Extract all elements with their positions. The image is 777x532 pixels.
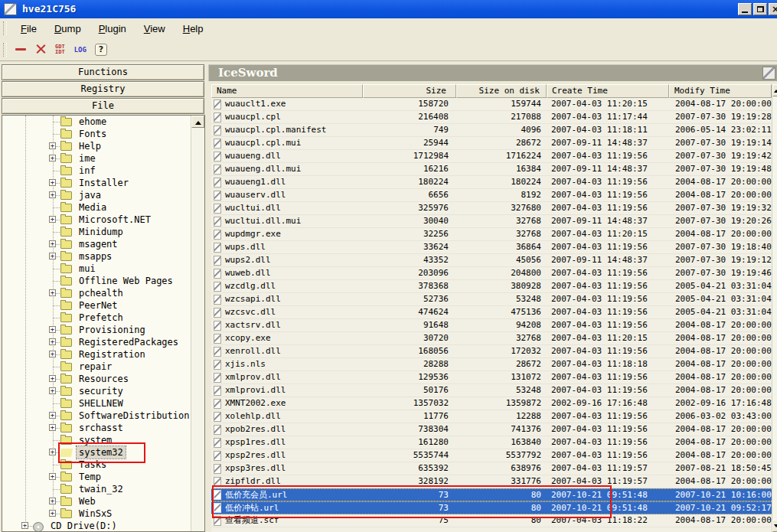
tree-item-system32[interactable]: +system32 xyxy=(2,446,191,459)
expand-plus-icon[interactable]: + xyxy=(49,191,56,198)
expand-plus-icon[interactable]: + xyxy=(49,155,56,162)
table-row[interactable]: 查看频道.scf75802007-04-03 11:18:222004-08-1… xyxy=(211,514,772,527)
table-row[interactable]: wuauserv.dll665681922007-04-03 11:19:562… xyxy=(211,189,772,202)
gdt-idt-icon[interactable]: GDT IDT xyxy=(55,44,65,55)
table-row[interactable]: wuaucpl.cpl.manifest74940962007-04-03 11… xyxy=(211,124,772,137)
tree-item-SoftwareDistribution[interactable]: +SoftwareDistribution xyxy=(2,410,191,422)
tree-item-pchealth[interactable]: +pchealth xyxy=(2,287,191,299)
table-row[interactable]: wucltui.dll.mui30040327682007-09-11 14:4… xyxy=(211,215,772,228)
tree-item-system[interactable]: system xyxy=(2,434,191,446)
unhook-icon[interactable] xyxy=(15,48,26,51)
table-row[interactable]: 低价冲钻.url73802007-10-21 09:51:482007-10-2… xyxy=(211,501,772,514)
tree-item-Installer[interactable]: +Installer xyxy=(2,177,191,189)
expand-plus-icon[interactable]: + xyxy=(49,498,56,504)
expand-plus-icon[interactable]: + xyxy=(49,375,56,382)
table-row[interactable]: wuaueng1.dll1802241802242007-04-03 11:19… xyxy=(211,176,772,189)
expand-plus-icon[interactable]: + xyxy=(49,424,56,431)
expand-plus-icon[interactable]: + xyxy=(49,338,56,345)
expand-plus-icon[interactable]: + xyxy=(49,510,56,517)
tree-item-msagent[interactable]: +msagent xyxy=(2,238,191,250)
table-scroll-down-button[interactable] xyxy=(772,520,777,532)
column-header-size-on-disk[interactable]: Size on disk xyxy=(456,84,547,98)
menu-file[interactable]: File xyxy=(17,21,41,37)
tree-item-Tasks[interactable]: Tasks xyxy=(2,459,191,471)
tree-item-ehome[interactable]: ehome xyxy=(2,116,191,128)
tree-item-Media[interactable]: Media xyxy=(2,201,191,214)
tree-item-WinSxS[interactable]: +WinSxS xyxy=(2,508,191,520)
menu-plugin[interactable]: Plugin xyxy=(95,21,130,37)
tree-item-Offline Web Pages[interactable]: Offline Web Pages xyxy=(2,275,191,287)
tree-item-Minidump[interactable]: Minidump xyxy=(2,226,191,238)
log-icon[interactable]: LOG xyxy=(74,46,87,54)
expand-plus-icon[interactable]: + xyxy=(49,216,56,223)
minimize-button[interactable] xyxy=(738,3,752,15)
table-scroll-up-button[interactable] xyxy=(772,84,777,96)
tree-item-repair[interactable]: repair xyxy=(2,361,191,373)
table-row[interactable]: xpsp1res.dll1612801638402007-04-03 11:19… xyxy=(211,436,772,449)
table-row[interactable]: wupdmgr.exe32256327682007-04-03 11:20:15… xyxy=(211,228,772,241)
table-row[interactable]: wzcdlg.dll3783683809282007-04-03 11:19:5… xyxy=(211,280,772,293)
expand-plus-icon[interactable]: + xyxy=(49,289,56,296)
expand-plus-icon[interactable]: + xyxy=(49,240,56,247)
table-row[interactable]: xpob2res.dll7383047413762007-04-03 11:19… xyxy=(211,423,772,436)
table-row[interactable]: xcopy.exe30720327682007-04-03 11:20:1520… xyxy=(211,332,772,345)
table-row[interactable]: wuauclt1.exe1587201597442007-04-03 11:20… xyxy=(211,98,772,111)
table-row[interactable]: wuaueng.dll.mui16216163842007-09-11 14:4… xyxy=(211,163,772,176)
table-scrollbar[interactable] xyxy=(772,84,777,532)
tree-scrollbar[interactable] xyxy=(191,116,204,531)
table-row[interactable]: wups.dll33624368642007-04-03 11:19:56200… xyxy=(211,241,772,254)
tree-item-Temp[interactable]: +Temp xyxy=(2,471,191,483)
tree-item-ime[interactable]: +ime xyxy=(2,152,191,165)
restore-button[interactable] xyxy=(753,3,767,15)
tree-item-security[interactable]: +security xyxy=(2,385,191,397)
expand-plus-icon[interactable]: + xyxy=(49,142,56,149)
close-button[interactable]: × xyxy=(769,3,777,15)
tree-item-PeerNet[interactable]: PeerNet xyxy=(2,299,191,312)
toolbar-gripper-icon[interactable] xyxy=(3,43,7,57)
tree-item-Fonts[interactable]: Fonts xyxy=(2,128,191,140)
table-row[interactable]: xenroll.dll1680561720322007-04-03 11:19:… xyxy=(211,345,772,358)
tree-scroll-up-button[interactable] xyxy=(191,116,204,128)
tree-item-msapps[interactable]: +msapps xyxy=(2,250,191,263)
expand-plus-icon[interactable]: + xyxy=(49,412,56,419)
table-row[interactable]: wups2.dll43352450562007-09-11 14:48:3720… xyxy=(211,254,772,267)
column-header-size[interactable]: Size xyxy=(363,84,456,98)
expand-plus-icon[interactable]: + xyxy=(49,326,56,333)
table-row[interactable]: wuaueng.dll171298417162242007-04-03 11:1… xyxy=(211,150,772,163)
column-header-name[interactable]: Name xyxy=(211,84,363,98)
menu-help[interactable]: Help xyxy=(179,21,207,37)
expand-plus-icon[interactable]: + xyxy=(21,522,28,529)
expand-plus-icon[interactable]: + xyxy=(49,253,56,259)
table-row[interactable]: xmlprovi.dll50176532482007-04-03 11:19:5… xyxy=(211,384,772,397)
tree-item-Resources[interactable]: +Resources xyxy=(2,373,191,385)
table-row[interactable]: wucltui.dll3259763276802007-04-03 11:19:… xyxy=(211,202,772,215)
table-row[interactable]: XMNT2002.exe135703213598722002-09-16 17:… xyxy=(211,397,772,410)
table-row[interactable]: wuaucpl.cpl2164082170882007-04-03 11:17:… xyxy=(211,111,772,124)
expand-plus-icon[interactable]: + xyxy=(49,351,56,357)
column-header-modify-time[interactable]: Modify Time xyxy=(669,84,772,98)
tree-item-twain_32[interactable]: twain_32 xyxy=(2,483,191,495)
table-row[interactable]: 低价充会员.url73802007-10-21 09:51:482007-10-… xyxy=(211,488,772,501)
help-icon[interactable]: ? xyxy=(95,44,107,56)
table-row[interactable]: wzcsvc.dll4746244751362007-04-03 11:19:5… xyxy=(211,306,772,319)
tree-item-Registration[interactable]: +Registration xyxy=(2,348,191,361)
tree-item-Provisioning[interactable]: +Provisioning xyxy=(2,324,191,336)
table-row[interactable]: xjis.nls28288286722007-04-03 11:18:18200… xyxy=(211,358,772,371)
tree-item-Prefetch[interactable]: Prefetch xyxy=(2,312,191,324)
table-row[interactable]: xmlprov.dll1295361310722007-04-03 11:19:… xyxy=(211,371,772,384)
expand-plus-icon[interactable]: + xyxy=(49,387,56,394)
table-row[interactable]: wuweb.dll2030962048002007-04-03 11:19:56… xyxy=(211,267,772,280)
tree-item-srchasst[interactable]: +srchasst xyxy=(2,422,191,434)
tree-item-CD Drive(D:)[interactable]: +CD Drive(D:) xyxy=(2,520,191,531)
menu-dump[interactable]: Dump xyxy=(51,21,85,37)
expand-plus-icon[interactable]: + xyxy=(49,449,56,455)
sidebar-button-functions[interactable]: Functions xyxy=(2,64,204,80)
column-header-create-time[interactable]: Create Time xyxy=(547,84,669,98)
tree-item-inf[interactable]: inf xyxy=(2,165,191,177)
terminate-icon[interactable] xyxy=(36,44,46,54)
menu-view[interactable]: View xyxy=(140,21,169,37)
tree-item-Microsoft.NET[interactable]: +Microsoft.NET xyxy=(2,214,191,226)
tree-item-SHELLNEW[interactable]: SHELLNEW xyxy=(2,397,191,410)
table-row[interactable]: wuaucpl.cpl.mui25944286722007-09-11 14:4… xyxy=(211,137,772,150)
sidebar-button-registry[interactable]: Registry xyxy=(2,81,204,97)
